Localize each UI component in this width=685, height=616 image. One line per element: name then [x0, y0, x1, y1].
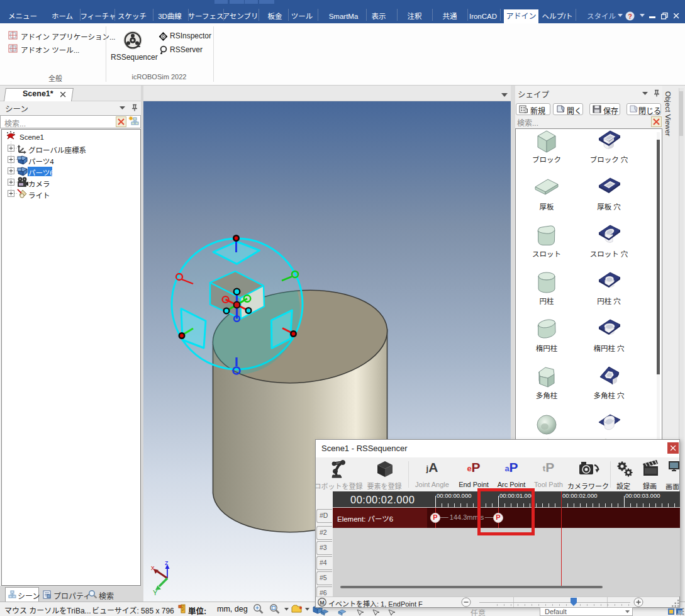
- svg-text:x: x: [151, 564, 155, 571]
- svg-text:z: z: [165, 559, 169, 566]
- svg-text:?: ?: [628, 13, 632, 20]
- svg-text:Y: Y: [153, 589, 158, 596]
- svg-text:M: M: [320, 600, 325, 606]
